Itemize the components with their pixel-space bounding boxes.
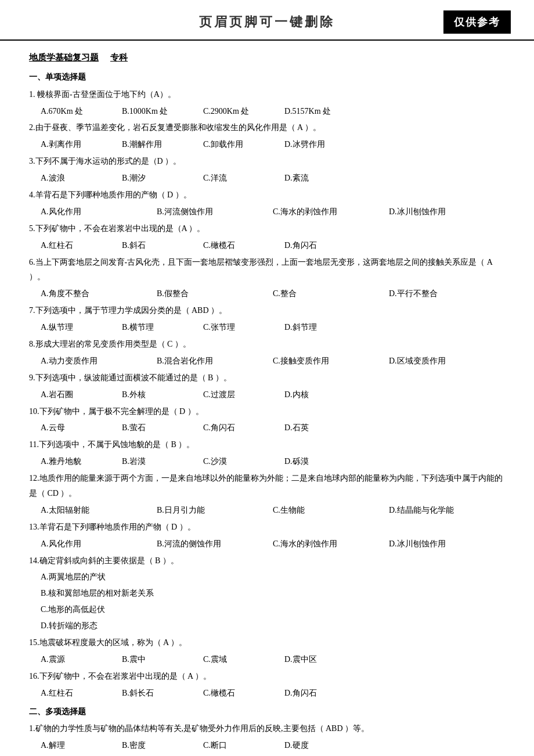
mq1-opt-d: D.硬度: [284, 738, 354, 753]
q16-text: 16.下列矿物中，不会在岩浆岩中出现的是（ A ）。: [29, 669, 505, 684]
q15-opt-a: A.震源: [41, 652, 110, 667]
q6-opt-b: B.假整合: [157, 286, 261, 301]
q7-opt-a: A.纵节理: [41, 320, 110, 335]
q13-options: A.风化作用 B.河流的侧蚀作用 C.海水的剥蚀作用 D.冰川刨蚀作用: [41, 537, 505, 552]
q9-opt-a: A.岩石圈: [41, 387, 110, 402]
page-container: 页眉页脚可一键删除 仅供参考 地质学基础复习题 专科 一、单项选择题 1. 幔核…: [0, 0, 534, 756]
q5-opt-d: D.角闪石: [284, 238, 354, 253]
doc-title: 地质学基础复习题 专科: [29, 50, 505, 66]
q13-text: 13.羊背石是下列哪种地质作用的产物（ D ）。: [29, 520, 505, 535]
mq1-opt-c: C.断口: [203, 738, 273, 753]
q8-opt-b: B.混合岩化作用: [157, 354, 261, 369]
mq1-opt-b: B.密度: [122, 738, 192, 753]
q15-opt-b: B.震中: [122, 652, 192, 667]
q1-opt-d: D.5157Km 处: [284, 104, 354, 119]
q12-opt-b: B.日月引力能: [157, 503, 261, 518]
q3-opt-a: A.波浪: [41, 171, 110, 186]
question-2: 2.由于昼夜、季节温差变化，岩石反复遭受膨胀和收缩发生的风化作用是（ A ）。 …: [29, 120, 505, 152]
q5-opt-a: A.红柱石: [41, 238, 110, 253]
question-1: 1. 幔核界面-古登堡面位于地下约（A）。 A.670Km 处 B.1000Km…: [29, 87, 505, 119]
q15-opt-d: D.震中区: [284, 652, 354, 667]
q9-options: A.岩石圈 B.外核 C.过渡层 D.内核: [41, 387, 505, 402]
q8-text: 8.形成大理岩的常见变质作用类型是（ C ）。: [29, 337, 505, 352]
q14-text: 14.确定背斜或向斜的主要依据是（ B ）。: [29, 553, 505, 568]
q10-opt-a: A.云母: [41, 420, 110, 435]
q16-opt-b: B.斜长石: [122, 686, 192, 701]
q3-options: A.波浪 B.潮汐 C.洋流 D.紊流: [41, 171, 505, 186]
q3-opt-d: D.紊流: [284, 171, 354, 186]
q16-options: A.红柱石 B.斜长石 C.橄榄石 D.角闪石: [41, 686, 505, 701]
question-16: 16.下列矿物中，不会在岩浆岩中出现的是（ A ）。 A.红柱石 B.斜长石 C…: [29, 669, 505, 701]
q7-options: A.纵节理 B.横节理 C.张节理 D.斜节理: [41, 320, 505, 335]
header-badge: 仅供参考: [443, 10, 511, 34]
q1-options: A.670Km 处 B.1000Km 处 C.2900Km 处 D.5157Km…: [41, 104, 505, 119]
q2-opt-b: B.潮解作用: [122, 137, 192, 152]
q7-opt-d: D.斜节理: [284, 320, 354, 335]
q2-text: 2.由于昼夜、季节温差变化，岩石反复遭受膨胀和收缩发生的风化作用是（ A ）。: [29, 120, 505, 135]
q16-opt-d: D.角闪石: [284, 686, 354, 701]
q4-options: A.风化作用 B.河流侧蚀作用 C.海水的剥蚀作用 D.冰川刨蚀作用: [41, 204, 505, 219]
q15-opt-c: C.震域: [203, 652, 273, 667]
header-banner: 页眉页脚可一键删除 仅供参考: [0, 0, 534, 41]
q7-opt-c: C.张节理: [203, 320, 273, 335]
q6-text: 6.当上下两套地层之间发育-古风化壳，且下面一套地层褶皱变形强烈，上面一套地层无…: [29, 255, 505, 285]
q6-options: A.角度不整合 B.假整合 C.整合 D.平行不整合: [41, 286, 505, 301]
mq1-options: A.解理 B.密度 C.断口 D.硬度: [41, 738, 505, 753]
q6-opt-c: C.整合: [273, 286, 377, 301]
q12-options: A.太阳辐射能 B.日月引力能 C.生物能 D.结晶能与化学能: [41, 503, 505, 518]
question-6: 6.当上下两套地层之间发育-古风化壳，且下面一套地层褶皱变形强烈，上面一套地层无…: [29, 255, 505, 302]
q15-options: A.震源 B.震中 C.震域 D.震中区: [41, 652, 505, 667]
header-title: 页眉页脚可一键删除: [186, 13, 348, 31]
question-11: 11.下列选项中，不属于风蚀地貌的是（ B ）。 A.雅丹地貌 B.岩漠 C.沙…: [29, 437, 505, 469]
section2-title: 二、多项选择题: [29, 704, 505, 719]
q12-opt-d: D.结晶能与化学能: [389, 503, 493, 518]
q4-opt-c: C.海水的剥蚀作用: [273, 204, 377, 219]
q9-opt-b: B.外核: [122, 387, 192, 402]
q3-opt-b: B.潮汐: [122, 171, 192, 186]
q10-text: 10.下列矿物中，属于极不完全解理的是（ D ）。: [29, 404, 505, 419]
q16-opt-a: A.红柱石: [41, 686, 110, 701]
question-14: 14.确定背斜或向斜的主要依据是（ B ）。 A.两翼地层的产状 B.核和翼部地…: [29, 553, 505, 633]
q12-text: 12.地质作用的能量来源于两个方面，一是来自地球以外的能量称为外能；二是来自地球…: [29, 471, 505, 501]
q14-options: A.两翼地层的产状 B.核和翼部地层的相对新老关系 C.地形的高低起伏 D.转折…: [41, 570, 505, 633]
doc-title-sub: 专科: [110, 50, 128, 66]
q7-opt-b: B.横节理: [122, 320, 192, 335]
q8-opt-c: C.接触变质作用: [273, 354, 377, 369]
q16-opt-c: C.橄榄石: [203, 686, 273, 701]
q9-opt-d: D.内核: [284, 387, 354, 402]
q11-opt-c: C.沙漠: [203, 454, 273, 469]
q13-opt-b: B.河流的侧蚀作用: [157, 537, 261, 552]
q1-opt-b: B.1000Km 处: [122, 104, 192, 119]
q11-opt-b: B.岩漠: [122, 454, 192, 469]
q12-opt-a: A.太阳辐射能: [41, 503, 145, 518]
q2-opt-d: D.冰劈作用: [284, 137, 354, 152]
q11-options: A.雅丹地貌 B.岩漠 C.沙漠 D.砾漠: [41, 454, 505, 469]
q10-opt-c: C.角闪石: [203, 420, 273, 435]
q1-opt-c: C.2900Km 处: [203, 104, 273, 119]
q10-opt-d: D.石英: [284, 420, 354, 435]
q14-opt-b: B.核和翼部地层的相对新老关系: [41, 586, 505, 601]
q11-opt-a: A.雅丹地貌: [41, 454, 110, 469]
question-5: 5.下列矿物中，不会在岩浆岩中出现的是（A ）。 A.红柱石 B.斜石 C.橄榄…: [29, 221, 505, 253]
question-12: 12.地质作用的能量来源于两个方面，一是来自地球以外的能量称为外能；二是来自地球…: [29, 471, 505, 518]
q4-opt-b: B.河流侧蚀作用: [157, 204, 261, 219]
q4-opt-a: A.风化作用: [41, 204, 145, 219]
question-15: 15.地震破坏程度最大的区域，称为（ A ）。 A.震源 B.震中 C.震域 D…: [29, 635, 505, 667]
q5-text: 5.下列矿物中，不会在岩浆岩中出现的是（A ）。: [29, 221, 505, 236]
q5-options: A.红柱石 B.斜石 C.橄榄石 D.角闪石: [41, 238, 505, 253]
q9-opt-c: C.过渡层: [203, 387, 273, 402]
q5-opt-b: B.斜石: [122, 238, 192, 253]
section1-title: 一、单项选择题: [29, 70, 505, 85]
q5-opt-c: C.橄榄石: [203, 238, 273, 253]
question-9: 9.下列选项中，纵波能通过面横波不能通过的是（ B ）。 A.岩石圈 B.外核 …: [29, 370, 505, 402]
q14-opt-a: A.两翼地层的产状: [41, 570, 505, 585]
q13-opt-d: D.冰川刨蚀作用: [389, 537, 493, 552]
q11-text: 11.下列选项中，不属于风蚀地貌的是（ B ）。: [29, 437, 505, 452]
q14-opt-d: D.转折端的形态: [41, 618, 505, 633]
q3-text: 3.下列不属于海水运动的形式的是（D ）。: [29, 154, 505, 169]
question-3: 3.下列不属于海水运动的形式的是（D ）。 A.波浪 B.潮汐 C.洋流 D.紊…: [29, 154, 505, 186]
question-13: 13.羊背石是下列哪种地质作用的产物（ D ）。 A.风化作用 B.河流的侧蚀作…: [29, 520, 505, 552]
mquestion-1: 1.矿物的力学性质与矿物的晶体结构等有关,是矿物受外力作用后的反映,主要包括（ …: [29, 721, 505, 753]
question-4: 4.羊背石是下列哪种地质作用的产物（ D ）。 A.风化作用 B.河流侧蚀作用 …: [29, 188, 505, 219]
q2-options: A.剥离作用 B.潮解作用 C.卸载作用 D.冰劈作用: [41, 137, 505, 152]
